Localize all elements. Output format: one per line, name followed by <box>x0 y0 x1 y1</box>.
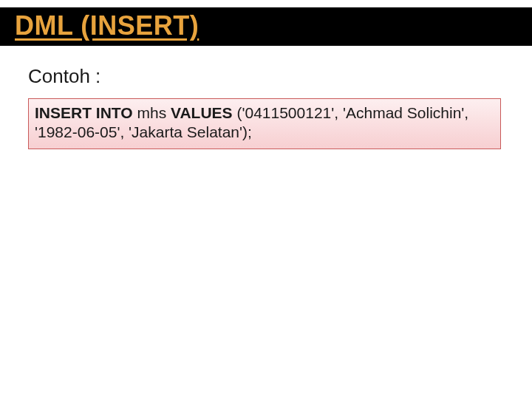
slide-title: DML (INSERT) <box>0 10 532 41</box>
sql-keyword-values: VALUES <box>171 104 233 121</box>
example-label: Contoh : <box>28 65 501 88</box>
sql-table-name: mhs <box>137 104 166 121</box>
sql-keyword-insert-into: INSERT INTO <box>35 104 133 121</box>
sql-example-box: INSERT INTO mhs VALUES ('0411500121', 'A… <box>28 98 501 149</box>
slide-body: Contoh : INSERT INTO mhs VALUES ('041150… <box>0 46 532 149</box>
title-bar: DML (INSERT) <box>0 7 532 46</box>
slide: DML (INSERT) Contoh : INSERT INTO mhs VA… <box>0 7 532 399</box>
